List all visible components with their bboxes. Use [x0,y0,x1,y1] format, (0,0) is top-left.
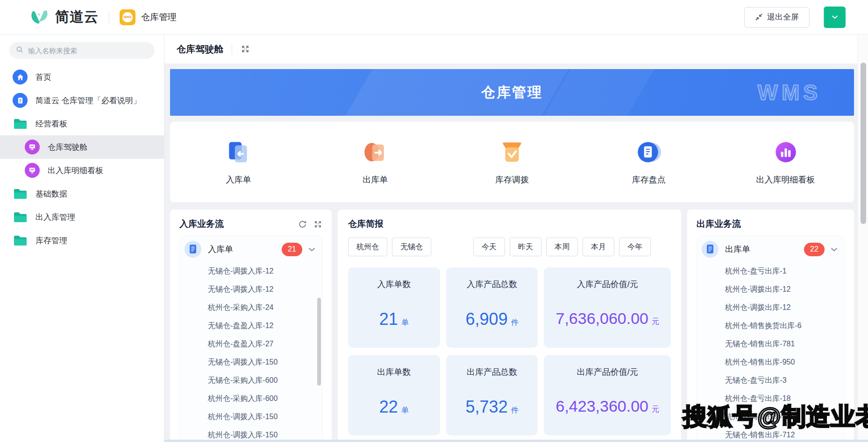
time-filter-group: 今天 昨天 本周 本月 今年 [473,238,651,256]
inbound-list-item[interactable]: 无锡仓-调拨入库-12 [208,281,317,299]
outbound-list-item[interactable]: 杭州仓-销售出库-950 [725,353,840,372]
sidebar-nav: 首页 简道云 仓库管理「必看说明」 [0,65,164,252]
shortcut-item[interactable]: 入库单 [170,122,307,202]
outbound-list-item[interactable]: 无锡仓-销售出库-781 [725,335,840,353]
time-filter-button[interactable]: 今天 [473,238,505,256]
expand-icon[interactable] [313,220,322,229]
time-filter-button[interactable]: 昨天 [510,238,541,256]
chevron-down-icon [832,15,838,19]
sidebar-item[interactable]: 简道云 仓库管理「必看说明」 [0,89,164,112]
outbound-list-item[interactable]: 杭州仓-盘亏出库-18 [725,390,840,408]
sidebar-item-label: 库存管理 [36,235,67,246]
search-input[interactable] [27,46,148,55]
refresh-icon[interactable] [298,220,307,229]
shortcut-item[interactable]: 库存调拨 [444,122,581,202]
sidebar-item-label: 出入库管理 [36,212,75,223]
stat-number: 6,909 [466,309,508,329]
dashboard-icon [24,139,40,155]
inbound-item-list: 无锡仓-调拨入库-12 无锡仓-调拨入库-12 杭州仓-采购入库-24 无锡仓-… [185,262,317,442]
warehouse-filter-button[interactable]: 杭州仓 [348,238,387,256]
sidebar-item[interactable]: 仓库驾驶舱 [0,135,164,159]
install-template-dropdown[interactable] [824,7,846,28]
outbound-list-item[interactable]: 杭州仓-调拨出库-12 [725,281,840,299]
report-filters: 杭州仓 无锡仓 今天 昨天 [348,238,671,256]
stat-value: 22单 [348,397,440,417]
bar-chart-icon [772,139,799,168]
shortcut-label: 出入库明细看板 [756,174,815,185]
stat-grid: 入库单数 21单 入库产品总数 6,909件 [348,267,671,435]
list-scrollbar-thumb[interactable] [317,298,321,386]
app-icon[interactable]: WMS [120,9,135,25]
inbound-list-item[interactable]: 无锡仓-采购入库-600 [208,372,317,390]
banner-wms-watermark: WMS [758,80,821,105]
sidebar-item[interactable]: 首页 [0,65,164,89]
inbound-list-item[interactable]: 无锡仓-调拨入库-150 [208,353,317,372]
exit-fullscreen-button[interactable]: 退出全屏 [744,7,810,28]
outbound-item-list: 杭州仓-盘亏出库-1 杭州仓-调拨出库-12 杭州仓-调拨出库-12 杭州仓-销… [702,262,840,442]
outbound-list-item[interactable]: 无锡仓-盘亏出库-3 [725,372,840,390]
stat-card: 出库单数 22单 [348,355,440,435]
shortcut-item[interactable]: 出库单 [307,122,444,202]
stat-card: 出库产品总数 5,732件 [446,355,538,435]
banner: 仓库管理 WMS [170,69,854,116]
inbound-group-label: 入库单 [208,244,282,255]
outbound-group-row[interactable]: 出库单 22 [702,239,840,260]
stat-card: 入库产品总数 6,909件 [446,267,538,348]
sidebar-search[interactable] [9,42,155,59]
search-icon [16,46,23,55]
shortcut-item[interactable]: 出入库明细看板 [717,122,854,202]
time-filter-button[interactable]: 今年 [619,238,651,256]
outbound-list-item[interactable]: 杭州仓-销售换货出库-6 [725,317,840,335]
top-bar: 简道云 WMS 仓库管理 退出全屏 安装模板(带数据) [0,0,868,35]
inbound-group-row[interactable]: 入库单 21 [185,239,317,260]
document-icon [12,92,28,108]
window-scrollbar-track [857,35,868,442]
chevron-down-icon[interactable] [831,247,838,252]
shortcut-label: 库存调拨 [495,174,529,185]
stat-unit: 元 [652,317,659,325]
chevron-down-icon[interactable] [308,247,315,252]
sidebar-item[interactable]: 基础数据 [0,182,164,205]
order-doc-icon [185,241,201,258]
outbound-list-item[interactable]: 杭州仓-调拨出库-12 [725,299,840,317]
brand-name: 简道云 [55,7,99,27]
folder-icon [12,232,28,248]
window-scrollbar-thumb[interactable] [861,63,866,224]
outbound-list-item[interactable]: 杭州仓-调拨出库-150 [725,408,840,426]
time-filter-button[interactable]: 本月 [583,238,614,256]
warehouse-filter-button[interactable]: 无锡仓 [392,238,431,256]
outbound-list-item[interactable]: 杭州仓-盘亏出库-1 [725,262,840,281]
inbound-list-item[interactable]: 杭州仓-盘盈入库-27 [208,335,317,353]
sidebar-item-label: 出入库明细看板 [48,165,103,176]
sidebar-item[interactable]: 库存管理 [0,229,164,252]
inbound-list-item[interactable]: 杭州仓-采购入库-24 [208,299,317,317]
inbound-list-item[interactable]: 无锡仓-调拨入库-12 [208,262,317,281]
sidebar-item[interactable]: 经营看板 [0,112,164,135]
stat-number: 22 [379,397,398,416]
shortcut-item[interactable]: 库存盘点 [580,122,717,202]
stat-unit: 单 [401,406,409,414]
sidebar-item[interactable]: 出入库管理 [0,205,164,229]
outbound-flow-title: 出库业务流 [697,218,741,230]
inbound-list-item[interactable]: 无锡仓-盘盈入库-12 [208,317,317,335]
horizontal-scrollbar[interactable] [164,440,868,442]
fullscreen-expand-icon[interactable] [241,44,250,54]
inbound-list-item[interactable]: 杭州仓-采购入库-600 [208,390,317,408]
brand[interactable]: 简道云 [29,7,99,28]
time-filter-button[interactable]: 本周 [546,238,578,256]
header-divider [109,11,109,23]
shortcut-panel: 入库单 [170,122,854,202]
inbound-list-item[interactable]: 杭州仓-调拨入库-150 [208,408,317,426]
inbound-count-badge: 21 [282,243,302,256]
main-content: 仓库驾驶舱 仓库管理 WMS [164,35,858,442]
stat-unit: 元 [652,405,659,413]
stat-number: 5,732 [466,397,508,416]
compress-icon [755,13,763,21]
sidebar-item-label: 仓库驾驶舱 [48,142,87,153]
stock-transfer-icon [498,139,526,168]
shortcut-label: 库存盘点 [632,174,666,185]
sidebar-item[interactable]: 出入库明细看板 [0,159,164,182]
inbound-list-card: 入库单 21 无锡仓-调拨入库-12 [179,236,322,442]
banner-title: 仓库管理 [481,83,543,102]
folder-icon [12,186,28,202]
